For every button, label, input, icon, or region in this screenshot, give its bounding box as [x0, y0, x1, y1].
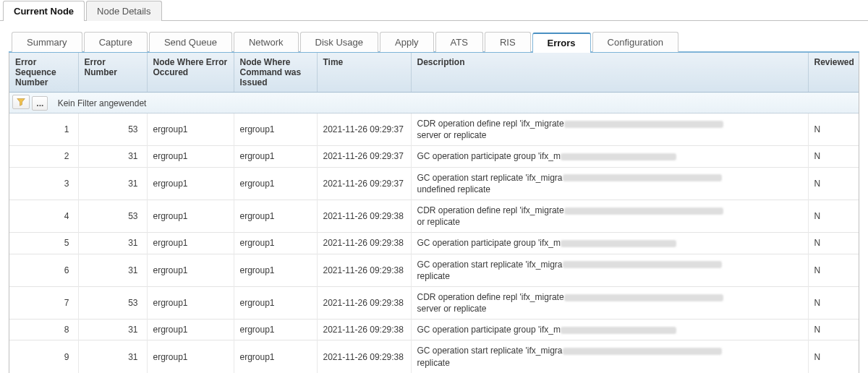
- cell-time: 2021-11-26 09:29:37: [317, 146, 411, 167]
- tab-errors[interactable]: Errors: [532, 33, 591, 53]
- description-suffix: replicate: [417, 358, 450, 368]
- cell-error-sequence: 8: [9, 320, 78, 340]
- table-row[interactable]: 831ergroup1ergroup12021-11-26 09:29:38GC…: [9, 320, 859, 340]
- cell-node-occurred: ergroup1: [147, 167, 234, 200]
- cell-node-occurred: ergroup1: [147, 286, 234, 319]
- cell-node-occurred: ergroup1: [147, 113, 234, 146]
- tab-node-details[interactable]: Node Details: [86, 1, 161, 21]
- redacted-text: [561, 240, 676, 247]
- redacted-text: [564, 207, 723, 215]
- col-header-time[interactable]: Time: [317, 53, 411, 93]
- cell-node-issued: ergroup1: [234, 200, 317, 232]
- cell-description: GC operation participate group 'ifx_m: [411, 146, 808, 167]
- cell-reviewed: N: [808, 286, 859, 319]
- tab-disk-usage[interactable]: Disk Usage: [300, 32, 378, 52]
- filter-status-text: Kein Filter angewendet: [58, 98, 147, 108]
- cell-error-sequence: 9: [9, 340, 78, 373]
- tab-summary[interactable]: Summary: [12, 32, 82, 52]
- table-row[interactable]: 531ergroup1ergroup12021-11-26 09:29:38GC…: [9, 233, 859, 254]
- cell-error-sequence: 2: [9, 146, 78, 167]
- cell-time: 2021-11-26 09:29:38: [317, 320, 411, 340]
- cell-node-issued: ergroup1: [234, 167, 317, 200]
- tab-ats[interactable]: ATS: [435, 32, 483, 52]
- col-header-reviewed[interactable]: Reviewed: [808, 53, 859, 93]
- cell-node-issued: ergroup1: [234, 146, 317, 167]
- cell-node-occurred: ergroup1: [147, 340, 234, 373]
- cell-error-number: 31: [78, 320, 147, 340]
- col-header-node-issued[interactable]: Node Where Command was Issued: [234, 53, 317, 93]
- cell-node-occurred: ergroup1: [147, 146, 234, 167]
- cell-error-sequence: 5: [9, 233, 78, 254]
- description-prefix: CDR operation define repl 'ifx_migrate: [417, 119, 564, 129]
- cell-node-occurred: ergroup1: [147, 254, 234, 286]
- table-row[interactable]: 453ergroup1ergroup12021-11-26 09:29:38CD…: [9, 200, 859, 232]
- cell-error-sequence: 3: [9, 167, 78, 200]
- description-prefix: CDR operation define repl 'ifx_migrate: [417, 292, 564, 302]
- cell-error-sequence: 4: [9, 200, 78, 232]
- cell-time: 2021-11-26 09:29:38: [317, 340, 411, 373]
- description-prefix: GC operation participate group 'ifx_m: [417, 325, 561, 335]
- col-header-node-occurred[interactable]: Node Where Error Occured: [147, 53, 234, 93]
- table-row[interactable]: 753ergroup1ergroup12021-11-26 09:29:38CD…: [9, 286, 859, 319]
- description-suffix: server or replicate: [417, 130, 487, 140]
- filter-row: ... Kein Filter angewendet: [9, 93, 859, 113]
- tab-current-node[interactable]: Current Node: [3, 1, 85, 21]
- cell-node-issued: ergroup1: [234, 320, 317, 340]
- cell-time: 2021-11-26 09:29:38: [317, 286, 411, 319]
- cell-error-number: 53: [78, 200, 147, 232]
- table-row[interactable]: 631ergroup1ergroup12021-11-26 09:29:38GC…: [9, 254, 859, 286]
- cell-error-sequence: 7: [9, 286, 78, 319]
- col-header-error-number[interactable]: Error Number: [78, 53, 147, 93]
- cell-description: CDR operation define repl 'ifx_migratese…: [411, 286, 808, 319]
- tab-capture[interactable]: Capture: [84, 32, 148, 52]
- cell-error-number: 53: [78, 286, 147, 319]
- table-row[interactable]: 153ergroup1ergroup12021-11-26 09:29:37CD…: [9, 113, 859, 146]
- table-row[interactable]: 931ergroup1ergroup12021-11-26 09:29:38GC…: [9, 340, 859, 373]
- cell-error-number: 31: [78, 254, 147, 286]
- cell-description: GC operation start replicate 'ifx_migrar…: [411, 340, 808, 373]
- filter-icon: [17, 98, 25, 106]
- cell-description: GC operation start replicate 'ifx_migrau…: [411, 167, 808, 200]
- description-suffix: server or replicate: [417, 304, 487, 314]
- cell-description: CDR operation define repl 'ifx_migratese…: [411, 113, 808, 146]
- cell-node-occurred: ergroup1: [147, 320, 234, 340]
- redacted-text: [563, 348, 722, 355]
- filter-icon-button[interactable]: [12, 95, 30, 109]
- filter-more-button[interactable]: ...: [32, 96, 48, 111]
- cell-error-number: 53: [78, 113, 147, 146]
- cell-reviewed: N: [808, 254, 859, 286]
- tab-network[interactable]: Network: [234, 32, 299, 52]
- inner-tab-bar: Summary Capture Send Queue Network Disk …: [9, 31, 859, 53]
- cell-error-sequence: 6: [9, 254, 78, 286]
- outer-tab-bar: Current Node Node Details: [0, 0, 868, 21]
- cell-time: 2021-11-26 09:29:37: [317, 167, 411, 200]
- description-suffix: undefined replicate: [417, 184, 490, 194]
- cell-time: 2021-11-26 09:29:38: [317, 200, 411, 232]
- col-header-error-sequence[interactable]: Error Sequence Number: [9, 53, 78, 93]
- tab-apply[interactable]: Apply: [380, 32, 434, 52]
- description-suffix: or replicate: [417, 217, 460, 227]
- cell-error-number: 31: [78, 167, 147, 200]
- cell-error-number: 31: [78, 340, 147, 373]
- cell-description: GC operation start replicate 'ifx_migrar…: [411, 254, 808, 286]
- cell-reviewed: N: [808, 320, 859, 340]
- description-prefix: GC operation start replicate 'ifx_migra: [417, 260, 563, 270]
- cell-reviewed: N: [808, 167, 859, 200]
- cell-node-issued: ergroup1: [234, 286, 317, 319]
- table-row[interactable]: 331ergroup1ergroup12021-11-26 09:29:37GC…: [9, 167, 859, 200]
- cell-time: 2021-11-26 09:29:38: [317, 233, 411, 254]
- cell-node-issued: ergroup1: [234, 254, 317, 286]
- table-row[interactable]: 231ergroup1ergroup12021-11-26 09:29:37GC…: [9, 146, 859, 167]
- cell-node-occurred: ergroup1: [147, 233, 234, 254]
- cell-description: GC operation participate group 'ifx_m: [411, 320, 808, 340]
- cell-reviewed: N: [808, 113, 859, 146]
- tab-ris[interactable]: RIS: [485, 32, 531, 52]
- cell-reviewed: N: [808, 200, 859, 232]
- cell-node-issued: ergroup1: [234, 113, 317, 146]
- description-prefix: CDR operation define repl 'ifx_migrate: [417, 205, 564, 215]
- tab-send-queue[interactable]: Send Queue: [149, 32, 232, 52]
- errors-table: Error Sequence Number Error Number Node …: [9, 53, 859, 373]
- tab-configuration[interactable]: Configuration: [592, 32, 678, 52]
- cell-error-number: 31: [78, 146, 147, 167]
- col-header-description[interactable]: Description: [411, 53, 808, 93]
